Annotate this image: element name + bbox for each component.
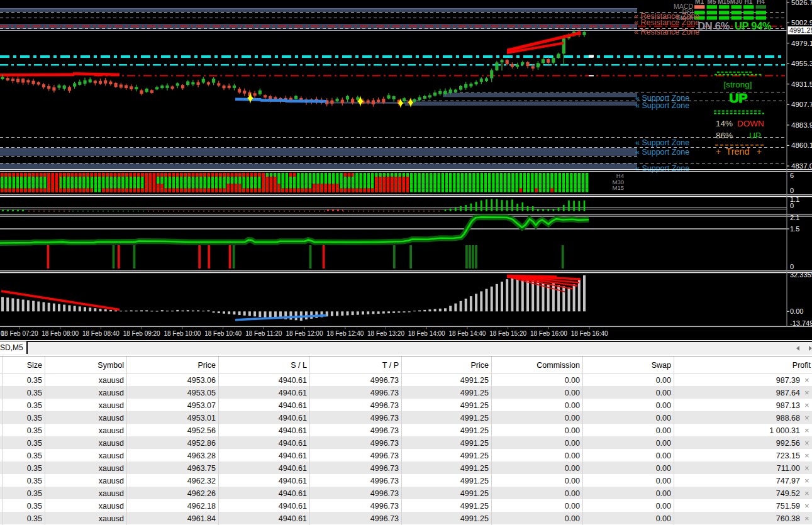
svg-text:18 Feb 13:20: 18 Feb 13:20 [367, 330, 404, 337]
svg-text:« Support Zone: « Support Zone [635, 148, 689, 157]
svg-text:0.00: 0.00 [790, 307, 803, 315]
svg-text:0: 0 [790, 187, 794, 194]
svg-text:18 Feb 10:00: 18 Feb 10:00 [164, 330, 201, 337]
svg-text:M1: M1 [695, 0, 704, 5]
svg-text:0: 0 [790, 202, 794, 209]
svg-text:« Resistance Zone: « Resistance Zone [634, 28, 699, 36]
svg-text:« Support Zone: « Support Zone [635, 101, 689, 110]
svg-text:[strong]: [strong] [723, 80, 752, 89]
svg-text:M30: M30 [730, 0, 743, 5]
svg-text:4931.50: 4931.50 [791, 80, 812, 88]
svg-text:0: 0 [790, 263, 794, 270]
svg-text:18 Feb 12:00: 18 Feb 12:00 [286, 330, 323, 337]
svg-text:4991.25: 4991.25 [789, 26, 812, 34]
svg-text:86%: 86% [716, 131, 733, 140]
svg-text:« Support Zone: « Support Zone [635, 138, 689, 147]
svg-text:« Resistance Zone: « Resistance Zone [634, 18, 699, 27]
svg-text:18 Feb 16:00: 18 Feb 16:00 [530, 330, 567, 337]
svg-text:18 Feb 11:20: 18 Feb 11:20 [245, 330, 282, 337]
svg-text:M5: M5 [708, 0, 716, 5]
svg-text:18 Feb 07:20: 18 Feb 07:20 [1, 330, 38, 337]
svg-text:H4: H4 [757, 0, 765, 5]
svg-text:+: + [757, 146, 762, 157]
svg-text:UP 94%: UP 94% [735, 20, 772, 31]
svg-text:4979.10: 4979.10 [791, 40, 812, 47]
svg-text:18 Feb 14:00: 18 Feb 14:00 [408, 330, 445, 337]
svg-text:18 Feb 09:20: 18 Feb 09:20 [123, 330, 160, 337]
svg-text:4883.90: 4883.90 [791, 121, 812, 129]
svg-text:4837.00: 4837.00 [791, 162, 812, 170]
svg-text:5026.70: 5026.70 [791, 0, 812, 6]
svg-text:Trend: Trend [726, 146, 749, 157]
svg-text:32.3359: 32.3359 [790, 271, 812, 279]
svg-text:18 Feb 08:00: 18 Feb 08:00 [42, 330, 79, 337]
svg-text:UP: UP [729, 91, 747, 105]
svg-text:UP.: UP. [749, 131, 762, 140]
svg-text:4907.70: 4907.70 [791, 101, 812, 108]
svg-text:DOWN: DOWN [737, 119, 764, 128]
svg-text:DN 6%: DN 6% [698, 20, 730, 31]
svg-text:4860.10: 4860.10 [791, 141, 812, 149]
svg-text:18 Feb 15:20: 18 Feb 15:20 [489, 330, 526, 337]
svg-text:H1: H1 [745, 0, 753, 5]
svg-text:18 Feb 08:40: 18 Feb 08:40 [82, 330, 120, 337]
svg-text:14%: 14% [716, 119, 733, 128]
svg-text:18 Feb 16:40: 18 Feb 16:40 [571, 330, 608, 337]
svg-text:4955.30: 4955.30 [791, 60, 812, 67]
svg-text:1.5: 1.5 [790, 225, 799, 233]
svg-text:6: 6 [790, 172, 794, 179]
svg-text:-13.7497: -13.7497 [790, 319, 812, 327]
svg-text:M15: M15 [613, 184, 624, 191]
svg-text:5002.90: 5002.90 [791, 19, 812, 26]
svg-text:18 Feb 14:40: 18 Feb 14:40 [448, 330, 486, 337]
svg-text:M15: M15 [718, 0, 730, 5]
svg-text:2.1: 2.1 [790, 214, 799, 221]
svg-text:+: + [716, 146, 721, 157]
svg-text:18 Feb 10:40: 18 Feb 10:40 [204, 330, 242, 337]
svg-text:18 Feb 12:40: 18 Feb 12:40 [326, 330, 364, 337]
